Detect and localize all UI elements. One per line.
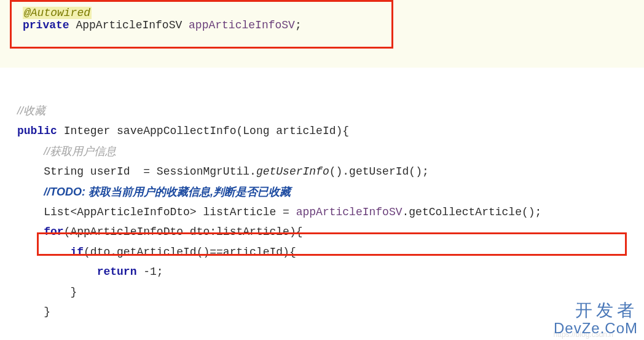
comment-userinfo: //获取用户信息	[17, 141, 644, 162]
watermark-en: DevZe.CoM	[554, 320, 638, 336]
line-userid: String userId = SessionMgrUtil.getUserIn…	[17, 162, 644, 181]
site-watermark: 开发者 DevZe.CoM	[554, 301, 638, 336]
line-return: return -1;	[17, 262, 644, 282]
highlight-box-top: @Autowired private AppArticleInfoSV appA…	[10, 0, 393, 49]
line-close-2: }	[17, 302, 644, 322]
autowired-annotation: @Autowired	[23, 7, 92, 19]
top-code-band: @Autowired private AppArticleInfoSV appA…	[0, 0, 644, 68]
line-if: if(dto.getArticleId()==articleId){	[17, 242, 644, 262]
line-list-article: List<AppArticleInfoDto> listArticle = ap…	[17, 202, 644, 222]
comment-collect: //收藏	[17, 101, 644, 121]
code-line-field-decl: private AppArticleInfoSV appArticleInfoS…	[23, 19, 380, 31]
method-signature: public Integer saveAppCollectInfo(Long a…	[17, 121, 644, 141]
todo-comment: //TODO: 获取当前用户的收藏信息,判断是否已收藏	[17, 182, 644, 202]
code-line-annotation: @Autowired	[23, 7, 380, 19]
method-code-area: //收藏 public Integer saveAppCollectInfo(L…	[0, 68, 644, 322]
watermark-cn: 开发者	[554, 301, 638, 320]
line-for: for(AppArticleInfoDto dto:listArticle){	[17, 222, 644, 242]
line-close-1: }	[17, 282, 644, 302]
